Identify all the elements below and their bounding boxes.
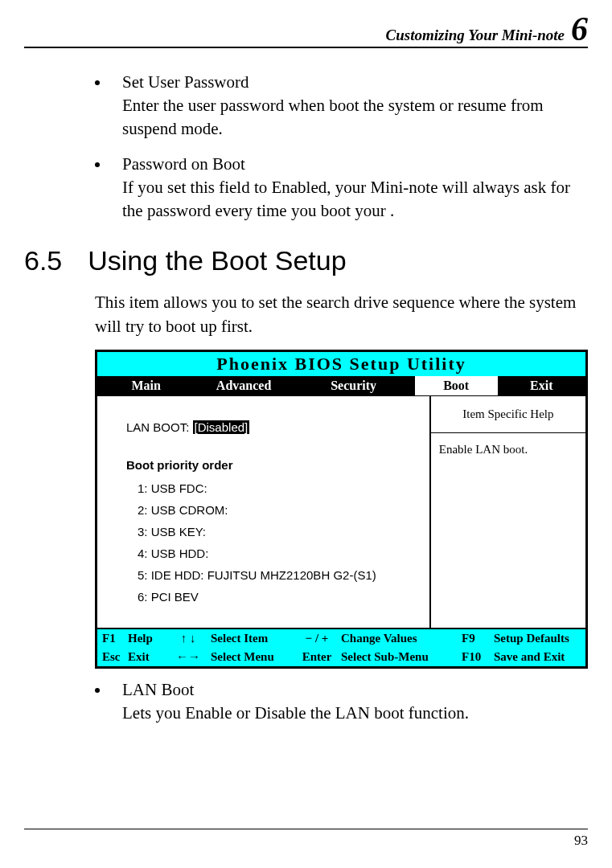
tab-security[interactable]: Security [293, 376, 415, 395]
bullet-icon [95, 688, 100, 693]
footer-key: F1 [97, 632, 125, 645]
footer-row: Esc Exit ←→ Select Menu Enter Select Sub… [97, 648, 585, 666]
boot-order-item[interactable]: 1: USB FDC: [138, 481, 429, 495]
lan-boot-value[interactable]: [Disabled] [193, 420, 250, 434]
bios-setup-box: Phoenix BIOS Setup Utility Main Advanced… [95, 350, 588, 669]
footer-label: Help [125, 632, 169, 645]
tab-advanced[interactable]: Advanced [195, 376, 292, 395]
header-title: Customizing Your Mini-note [386, 27, 565, 44]
help-body-text: Enable LAN boot. [431, 433, 585, 466]
tab-boot[interactable]: Boot [415, 376, 498, 395]
page-content: Set User Password Enter the user passwor… [95, 72, 588, 726]
bios-main-panel: LAN BOOT: [Disabled] Boot priority order… [97, 395, 429, 628]
footer-label: Exit [125, 650, 169, 664]
arrow-left-right-icon: ←→ [169, 650, 207, 664]
bullet-description: Enter the user password when boot the sy… [122, 94, 588, 141]
help-header: Item Specific Help [431, 396, 585, 433]
lan-boot-label: LAN BOOT: [126, 420, 189, 434]
footer-key: F10 [458, 650, 491, 664]
boot-order-item[interactable]: 6: PCI BEV [138, 590, 429, 604]
section-description: This item allows you to set the search d… [95, 291, 588, 338]
footer-key: − / + [296, 632, 338, 645]
bullet-title: Password on Boot [122, 154, 588, 174]
boot-order-item[interactable]: 2: USB CDROM: [138, 503, 429, 517]
tab-main[interactable]: Main [97, 376, 195, 395]
boot-order-item[interactable]: 5: IDE HDD: FUJITSU MHZ2120BH G2-(S1) [138, 568, 429, 582]
boot-order-list: 1: USB FDC: 2: USB CDROM: 3: USB KEY: 4:… [138, 481, 429, 604]
tab-exit[interactable]: Exit [498, 376, 585, 395]
section-heading: 6.5 Using the Boot Setup [24, 245, 588, 276]
footer-action: Save and Exit [491, 650, 585, 664]
bullet-content: Set User Password Enter the user passwor… [122, 72, 588, 141]
bullet-item: Password on Boot If you set this field t… [95, 154, 588, 223]
arrow-up-down-icon: ↑ ↓ [169, 632, 207, 645]
footer-action: Select Item [207, 632, 296, 645]
bullet-icon [95, 80, 100, 85]
bullet-content: Password on Boot If you set this field t… [122, 154, 588, 223]
bullet-icon [95, 162, 100, 167]
footer-action: Setup Defaults [491, 632, 585, 645]
bullet-item: LAN Boot Lets you Enable or Disable the … [95, 680, 588, 725]
footer-key: Esc [97, 650, 125, 664]
header-chapter-number: 6 [571, 14, 588, 45]
boot-order-item[interactable]: 3: USB KEY: [138, 525, 429, 538]
boot-order-heading: Boot priority order [126, 458, 429, 472]
page-header: Customizing Your Mini-note 6 [24, 0, 588, 48]
bios-title-bar: Phoenix BIOS Setup Utility [97, 352, 585, 376]
bullet-title: LAN Boot [122, 680, 588, 700]
bios-footer: F1 Help ↑ ↓ Select Item − / + Change Val… [97, 628, 585, 666]
boot-order-item[interactable]: 4: USB HDD: [138, 547, 429, 560]
bios-body: LAN BOOT: [Disabled] Boot priority order… [97, 395, 585, 628]
bullet-title: Set User Password [122, 72, 588, 92]
bullet-description: If you set this field to Enabled, your M… [122, 176, 588, 223]
page-number: 93 [574, 833, 588, 848]
footer-action: Select Menu [207, 650, 296, 664]
bullet-description: Lets you Enable or Disable the LAN boot … [122, 702, 588, 725]
bullet-item: Set User Password Enter the user passwor… [95, 72, 588, 141]
bios-help-panel: Item Specific Help Enable LAN boot. [429, 395, 585, 628]
bios-tabs: Main Advanced Security Boot Exit [97, 376, 585, 395]
footer-key: F9 [458, 632, 491, 645]
section-title: Using the Boot Setup [88, 245, 346, 276]
footer-action: Select Sub-Menu [338, 650, 458, 664]
footer-key: Enter [296, 650, 338, 664]
footer-row: F1 Help ↑ ↓ Select Item − / + Change Val… [97, 629, 585, 648]
bullet-content: LAN Boot Lets you Enable or Disable the … [122, 680, 588, 725]
footer-action: Change Values [338, 632, 458, 645]
lan-boot-setting[interactable]: LAN BOOT: [Disabled] [126, 420, 429, 434]
page-footer: 93 [24, 829, 588, 849]
section-number: 6.5 [24, 245, 62, 276]
